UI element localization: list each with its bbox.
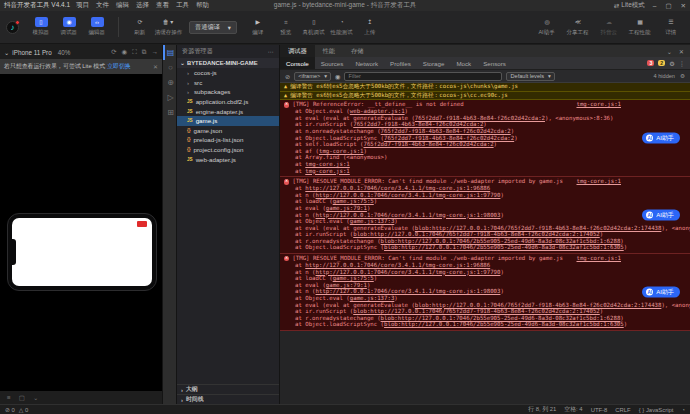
stack-link[interactable]: 765f2dd7-f918-4b63-8e84-f26c02d42cda:2 bbox=[384, 135, 514, 141]
tree-item-preload-js-list.json[interactable]: {}preload-js-list.json bbox=[177, 135, 279, 145]
popout-icon[interactable]: ⧉ bbox=[142, 48, 147, 56]
tree-item-cocos-js[interactable]: ›cocos-js bbox=[177, 68, 279, 78]
status-item[interactable]: 行 8, 列 21 bbox=[528, 405, 556, 414]
lite-mode-toggle[interactable]: ⇄ Lite模式 bbox=[614, 1, 645, 10]
stack-link[interactable]: 765f2dd7-f918-4b63-8e84-f26c02d42cda:2 bbox=[381, 128, 511, 134]
stack-link[interactable]: 765f2dd7-f918-4b63-8e84-f26c02d42cda:2 bbox=[363, 141, 493, 147]
stack-link[interactable]: game.js:137:3 bbox=[350, 218, 395, 224]
project-root[interactable]: ⌄ BYTEDANCE-MINI-GAME bbox=[177, 58, 279, 68]
stack-link[interactable]: web-adapter.js:1 bbox=[350, 108, 405, 114]
action-清缓存操作[interactable]: 🗑 ▾清缓存操作 bbox=[155, 17, 181, 37]
menu-item-查看[interactable]: 查看 bbox=[156, 1, 169, 10]
panel-tab-调试器[interactable]: 调试器 bbox=[280, 45, 315, 57]
device-select[interactable]: iPhone 11 Pro bbox=[12, 49, 51, 56]
error-source-link[interactable]: tmg-core.js:1 bbox=[576, 178, 686, 185]
stack-link[interactable]: blob:http://127.0.0.1:7046/2b55e905-25ed… bbox=[381, 315, 621, 321]
tree-item-game.json[interactable]: {}game.json bbox=[177, 126, 279, 136]
tree-item-src[interactable]: ›src bbox=[177, 78, 279, 88]
console-error-block[interactable]: ✕[TMG] RESOLVE_MODULE_ERROR: Can't find … bbox=[280, 254, 690, 331]
devtools-tab-profiles[interactable]: Profiles bbox=[384, 57, 417, 69]
user-avatar[interactable]: ♪ bbox=[6, 21, 19, 34]
menu-item-编辑[interactable]: 编辑 bbox=[116, 1, 129, 10]
toggle-编辑器[interactable]: ‹›编辑器 bbox=[84, 17, 110, 37]
devtools-tab-mock[interactable]: Mock bbox=[450, 57, 477, 69]
ai-assistant-button[interactable]: AIAI助手 bbox=[642, 133, 680, 144]
menu-item-帮助[interactable]: 帮助 bbox=[196, 1, 209, 10]
warnings-indicator[interactable]: △ 0 bbox=[19, 407, 28, 413]
kebab-menu-icon[interactable]: ⋮ bbox=[679, 60, 685, 67]
close-icon[interactable]: ✕ bbox=[681, 2, 686, 10]
banner-close-icon[interactable]: ✕ bbox=[153, 64, 158, 70]
frame-context-select[interactable]: <iframe> ▾ bbox=[294, 72, 331, 81]
section-大纲[interactable]: ›大纲 bbox=[177, 384, 279, 394]
stack-link[interactable]: game.js:137:3 bbox=[350, 295, 395, 301]
collapse-icon[interactable]: ⌄ bbox=[33, 394, 38, 402]
tree-item-game.js[interactable]: JSgame.js bbox=[177, 116, 279, 126]
action-详情[interactable]: ☰详情 bbox=[658, 17, 684, 37]
tree-item-application.cbdf2.js[interactable]: JSapplication.cbdf2.js bbox=[177, 97, 279, 107]
action-真机调试[interactable]: ▯真机调试 bbox=[301, 17, 327, 37]
switch-now-link[interactable]: 立即切换 bbox=[107, 62, 131, 71]
devtools-tab-sources[interactable]: Sources bbox=[315, 57, 350, 69]
fullscreen-icon[interactable]: ⛶ bbox=[132, 48, 137, 56]
error-source-link[interactable]: tmg-core.js:1 bbox=[576, 255, 686, 262]
menu-item-项目[interactable]: 项目 bbox=[76, 1, 89, 10]
devtools-tab-network[interactable]: Network bbox=[349, 57, 384, 69]
console-error-block[interactable]: ✕[TMG] RESOLVE_MODULE_ERROR: Can't find … bbox=[280, 177, 690, 254]
tree-item-subpackages[interactable]: ›subpackages bbox=[177, 87, 279, 97]
stack-link[interactable]: tmg-core.js:1 bbox=[305, 168, 350, 174]
log-levels-select[interactable]: Default levels ▾ bbox=[506, 72, 554, 81]
tree-item-web-adapter.js[interactable]: JSweb-adapter.js bbox=[177, 154, 279, 164]
tree-item-engine-adapter.js[interactable]: JSengine-adapter.js bbox=[177, 106, 279, 116]
window-icon[interactable]: ▢ bbox=[19, 394, 25, 402]
console-warning-row[interactable]: ▲编译警告 es6转es5会忽略大于500kb的文件，文件路径：cocos-js… bbox=[280, 92, 690, 101]
bell-icon[interactable]: ◔ bbox=[681, 407, 685, 413]
status-item[interactable]: CRLF bbox=[615, 407, 630, 413]
error-source-link[interactable]: tmg-core.js:1 bbox=[576, 101, 686, 108]
action-抖音云[interactable]: ☁抖音云 bbox=[596, 17, 622, 37]
panel-tab-性能[interactable]: 性能 bbox=[315, 45, 343, 57]
search-icon[interactable]: ○ bbox=[163, 60, 176, 75]
toggle-模拟器[interactable]: ▯模拟器 bbox=[28, 17, 54, 37]
explorer-icon[interactable]: ▤ bbox=[163, 45, 176, 60]
stack-link[interactable]: game.js:79:1 bbox=[326, 282, 367, 288]
action-分享工程[interactable]: ≪分享工程 bbox=[565, 17, 591, 37]
extensions-icon[interactable]: ⊞ bbox=[163, 105, 176, 120]
compile-mode-select[interactable]: 普通编译 ▾ bbox=[189, 21, 237, 34]
action-预览[interactable]: ⌗预览 bbox=[273, 17, 299, 37]
minimize-icon[interactable]: – bbox=[653, 2, 657, 10]
console-log-area[interactable]: ▲编译警告 es6转es5会忽略大于500kb的文件，文件路径：cocos-js… bbox=[280, 83, 690, 404]
stack-link[interactable]: 765f2dd7-f918-4b63-8e84-f26c02d42cda:2 bbox=[415, 115, 545, 121]
action-编译[interactable]: ▶编译 bbox=[245, 17, 271, 37]
maximize-icon[interactable]: ▢ bbox=[665, 2, 671, 10]
stack-link[interactable]: game.js:75:5 bbox=[333, 275, 374, 281]
action-上传[interactable]: ↥上传 bbox=[357, 17, 383, 37]
stack-link[interactable]: blob:http://127.0.0.1:7046/765f2dd7-f918… bbox=[415, 225, 662, 231]
menu-icon[interactable]: ≡ bbox=[7, 394, 11, 401]
action-AI助手[interactable]: ◎AI助手 bbox=[534, 17, 560, 37]
filter-input[interactable] bbox=[344, 72, 502, 81]
stack-link[interactable]: blob:http://127.0.0.1:7046/2b55e905-25ed… bbox=[381, 238, 621, 244]
clear-console-icon[interactable]: ⊘ bbox=[285, 73, 290, 80]
devtools-tab-console[interactable]: Console bbox=[280, 57, 315, 69]
stack-link[interactable]: game.js:75:5 bbox=[333, 198, 374, 204]
stack-link[interactable]: blob:http://127.0.0.1:7046/765f2dd7-f918… bbox=[353, 231, 600, 237]
menu-item-文件[interactable]: 文件 bbox=[96, 1, 109, 10]
devtools-tab-storage[interactable]: Storage bbox=[417, 57, 451, 69]
ai-assistant-button[interactable]: AIAI助手 bbox=[642, 210, 680, 221]
stack-link[interactable]: http://127.0.0.1:7046/core/3.4.1.1/tmg-c… bbox=[316, 288, 501, 294]
console-settings-icon[interactable]: ⚙ bbox=[680, 73, 685, 79]
stack-link[interactable]: tmg-core.js:1 bbox=[319, 148, 364, 154]
console-error-block[interactable]: ✕[TMG] ReferenceError: __tt_define__ is … bbox=[280, 100, 690, 177]
status-item[interactable]: UTF-8 bbox=[591, 407, 608, 413]
zoom-level[interactable]: 40% bbox=[58, 49, 71, 56]
console-warning-row[interactable]: ▲编译警告 es6转es5会忽略大于500kb的文件，文件路径：cocos-js… bbox=[280, 83, 690, 92]
ai-assistant-button[interactable]: AIAI助手 bbox=[642, 287, 680, 298]
action-性能测试[interactable]: ◔性能测试 bbox=[329, 17, 355, 37]
more-actions-icon[interactable]: ⋯ bbox=[268, 49, 274, 55]
errors-indicator[interactable]: ⊘ 0 bbox=[5, 407, 15, 413]
menu-item-工具[interactable]: 工具 bbox=[176, 1, 189, 10]
stack-link[interactable]: http://127.0.0.1:7046/core/3.4.1.1/tmg-c… bbox=[316, 212, 501, 218]
action-工程性能[interactable]: ▦工程性能 bbox=[627, 17, 653, 37]
arrow-icon[interactable]: → bbox=[152, 48, 159, 56]
